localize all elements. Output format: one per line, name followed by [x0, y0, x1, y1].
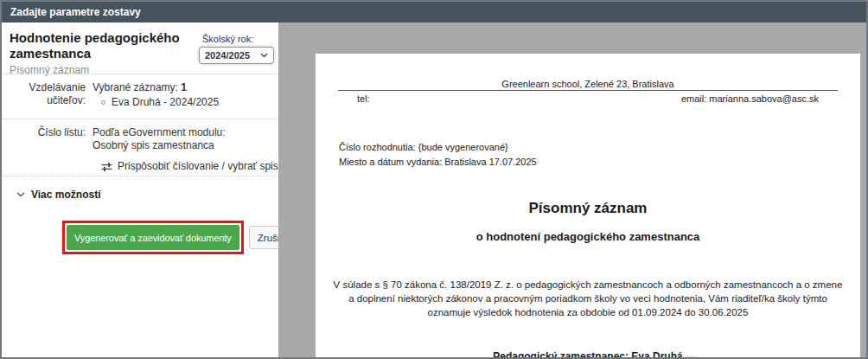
document-body-paragraph: V súlade s § 70 zákona č. 138/2019 Z. z.…: [332, 278, 844, 319]
sliders-icon: [101, 162, 112, 172]
place-date-line: Miesto a dátum vydania: Bratislava 17.07…: [339, 157, 838, 167]
separator: [2, 119, 278, 119]
parameters-panel: Hodnotenie pedagogického zamestnanca Pís…: [2, 22, 278, 357]
more-options-label: Viac možností: [31, 189, 100, 201]
generate-documents-button[interactable]: Vygenerovať a zaevidovať dokumenty: [67, 225, 239, 250]
tel-label: tel:: [357, 93, 370, 104]
school-year-select[interactable]: 2024/2025: [199, 47, 274, 64]
dialog-title: Zadajte parametre zostavy: [10, 6, 141, 18]
action-buttons: Vygenerovať a zaevidovať dokumenty Zruši…: [62, 221, 278, 254]
school-year-value: 2024/2025: [205, 50, 250, 61]
document-page: Greenlearn school, Zelené 23, Bratislava…: [316, 54, 860, 357]
training-value: Vybrané záznamy: 1 Eva Druhá - 2024/2025: [93, 81, 219, 109]
document-preview-area: Greenlearn school, Zelené 23, Bratislava…: [278, 22, 866, 357]
email-label: email: marianna.sabova@asc.sk: [681, 93, 819, 104]
letter-number-label: Číslo listu:: [2, 126, 86, 173]
employee-line: Pedagogický zamestnanec: Eva Druhá: [316, 350, 860, 357]
school-year-label: Školský rok:: [199, 34, 274, 44]
separator: [2, 74, 278, 74]
highlight-frame: Vygenerovať a zaevidovať dokumenty: [62, 221, 244, 254]
bullet-icon: [101, 100, 105, 105]
dialog-titlebar: Zadajte parametre zostavy: [2, 2, 866, 22]
selected-records-line: Vybrané záznamy: 1: [93, 81, 219, 94]
dialog-content: Hodnotenie pedagogického zamestnanca Pís…: [2, 22, 866, 357]
training-label: Vzdelávanie učiteľov:: [2, 81, 86, 109]
document-title: Písomný záznam: [316, 200, 860, 217]
document-header: Greenlearn school, Zelené 23, Bratislava: [338, 79, 838, 91]
customize-numbering-link[interactable]: Prispôsobiť číslovanie / vybrať spis: [101, 160, 278, 173]
school-address-line: Greenlearn school, Zelené 23, Bratislava: [338, 79, 838, 89]
report-parameters-dialog: Zadajte parametre zostavy Hodnotenie ped…: [0, 0, 868, 359]
document-contacts: tel: email: marianna.sabova@asc.sk: [338, 93, 838, 104]
more-options-toggle[interactable]: Viac možností: [16, 189, 100, 201]
decision-number-line: Číslo rozhodnutia: {bude vygenerované}: [339, 142, 838, 152]
report-title: Hodnotenie pedagogického zamestnanca: [10, 30, 196, 61]
school-year-group: Školský rok: 2024/2025: [199, 34, 274, 64]
separator: [2, 176, 278, 176]
report-header: Hodnotenie pedagogického zamestnanca Pís…: [10, 30, 196, 76]
letter-number-row: Číslo listu: Podľa eGovernment modulu: O…: [2, 126, 278, 173]
training-row: Vzdelávanie učiteľov: Vybrané záznamy: 1…: [2, 81, 278, 109]
selected-records-count: 1: [181, 81, 187, 93]
selected-record-item: Eva Druhá - 2024/2025: [93, 96, 219, 109]
document-subtitle: o hodnotení pedagogického zamestnanca: [316, 230, 860, 243]
letter-number-value: Podľa eGovernment modulu: Osobný spis za…: [93, 126, 278, 173]
chevron-down-icon: [260, 53, 268, 58]
cancel-button[interactable]: Zrušiť: [249, 226, 278, 249]
chevron-down-icon: [16, 192, 25, 197]
